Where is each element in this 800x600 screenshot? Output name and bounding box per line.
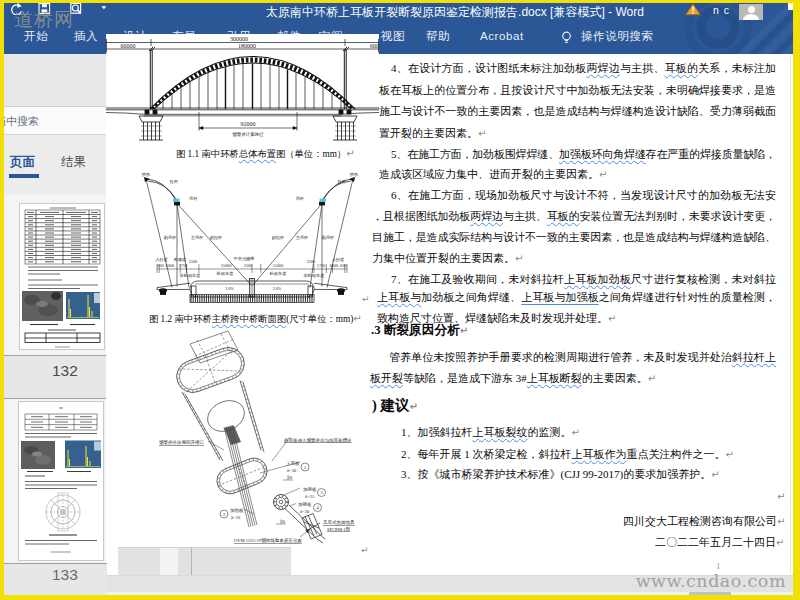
doc-text-line: 4、在设计方面，设计图纸未标注加劲板两焊边与主拱、耳板的关系，未标注加: [391, 62, 776, 74]
doc-text-line: ，且根据图纸加劲板两焊边与主拱、耳板的安装位置无法判别时，未要求设计变更，: [372, 210, 776, 222]
doc-text-line: ↵: [361, 546, 369, 556]
doc-text-line: ↵: [777, 490, 785, 502]
doc-text-line: 板在耳板上的位置分布，且按设计尺寸中加劲板无法安装，未明确焊接要求，是造: [379, 84, 776, 96]
doc-text-line: 5、在施工方面，加劲板围焊焊缝、加强板环向角焊缝存在严重的焊接质量缺陷，: [391, 148, 776, 160]
page-number-133[interactable]: 133: [4, 563, 107, 596]
doc-text-line: 目施工，是造成实际结构与设计不一致的主要因素，也是造成结构与焊缝构造缺陷、: [372, 231, 776, 243]
doc-text-line: 管养单位未按照养护手册要求的检测周期进行管养，未及时发现并处治斜拉杆上: [389, 351, 776, 363]
frame-right: [793, 0, 800, 600]
doc-text-line: 二〇二二年五月二十四日↵: [655, 536, 784, 548]
frame-left: [0, 0, 4, 600]
doc-text-line: 1、加强斜拉杆上耳板裂纹的监测。↵: [401, 426, 580, 438]
bottom-grey-block: [118, 547, 291, 576]
site-url-watermark: www.cndao.com: [636, 571, 786, 591]
app-window: 太原南中环桥上耳板开裂断裂原因鉴定检测报告.docx [兼容模式] - Word…: [0, 0, 800, 600]
doc-text-line: 上耳板与加劲板之间角焊缝、上耳板与加强板之间角焊缝进行针对性的质量检测，: [377, 291, 776, 303]
doc-text-line: 3、按《城市桥梁养护技术标准》(CJJ 99-2017)的要求加强养护。↵: [401, 468, 720, 480]
doc-text-line: 图 1.1 南中环桥总体布置图（单位：mm）↵: [176, 148, 355, 159]
doc-text-line: 施工与设计不一致的主要因素，也是造成结构与焊缝构造设计缺陷、受力薄弱截面: [379, 105, 776, 117]
doc-text-line: 置开裂的主要因素。↵: [379, 127, 486, 139]
doc-text-line: .3 断裂原因分析↵: [371, 324, 468, 338]
doc-text-line: 力集中位置开裂的主要因素。↵: [372, 252, 523, 264]
doc-text-line: ) 建议↵: [372, 398, 418, 414]
doc-text-line: 图 1.2 南中环桥主桥跨中桥断面图(尺寸单位：mm)↵: [149, 313, 362, 324]
doc-text-line: 6、在施工方面，现场加劲板尺寸与设计不符，当发现设计尺寸的加劲板无法安: [391, 189, 776, 201]
document-text: 4、在设计方面，设计图纸未标注加劲板两焊边与主拱、耳板的关系，未标注加板在耳板上…: [0, 0, 800, 600]
doc-text-line: 造成该区域应力集中、进而开裂的主要因素。↵: [379, 168, 607, 180]
frame-top: [0, 0, 800, 3]
doc-text-line: ↵: [362, 295, 370, 305]
site-name-watermark: 道桥网: [14, 7, 74, 33]
doc-text-line: 四川交大工程检测咨询有限公司↵: [623, 515, 785, 527]
doc-text-line: 2、每年开展 1 次桥梁定检，斜拉杆上耳板作为重点关注构件之一。↵: [401, 448, 734, 460]
doc-text-line: 7、在施工及验收期间，未对斜拉杆上耳板加劲板尺寸进行复核检测，未对斜拉: [391, 273, 776, 285]
doc-text-line: 板开裂等缺陷，是造成下游东 3#上耳板断裂的主要因素。↵: [370, 372, 656, 384]
frame-bottom: [0, 595, 800, 600]
